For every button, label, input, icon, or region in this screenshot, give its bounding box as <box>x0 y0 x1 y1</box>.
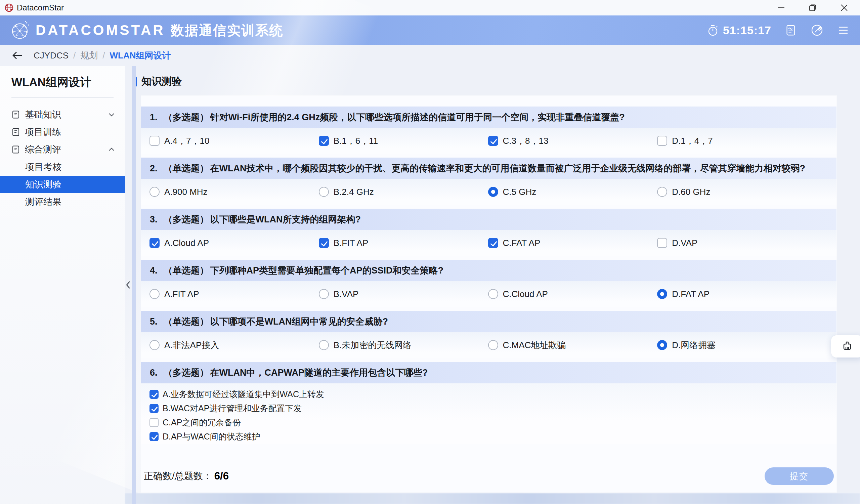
option-label: C.AP之间的冗余备份 <box>162 417 241 428</box>
sidebar-subitem-eval-results[interactable]: 测评结果 <box>0 193 125 211</box>
sidebar-subitem-knowledge-quiz[interactable]: 知识测验 <box>0 176 125 193</box>
question-6-option-C[interactable]: C.AP之间的冗余备份 <box>149 417 827 428</box>
question-3-option-C[interactable]: C.FAT AP <box>488 238 657 248</box>
broom-icon <box>841 340 854 353</box>
radio-unselected-icon[interactable] <box>319 340 329 350</box>
question-number: 5. <box>150 317 158 327</box>
checkbox-unchecked-icon[interactable] <box>149 136 160 146</box>
sidebar-item-project-training[interactable]: 项目训练 <box>0 123 125 141</box>
option-list: A.4，7，10B.1，6，11C.3，8，13D.1，4，7 <box>141 128 836 154</box>
question-type: （多选题） <box>163 111 209 123</box>
question-text: 在WLAN中，CAPWAP隧道的主要作用包含以下哪些? <box>210 366 428 379</box>
option-list: A.Cloud APB.FIT APC.FAT APD.VAP <box>141 230 836 256</box>
tools-button[interactable] <box>810 24 824 37</box>
checkbox-checked-icon[interactable] <box>488 238 498 248</box>
radio-selected-icon[interactable] <box>488 187 498 197</box>
quiz-footer: 正确数/总题数： 6/6 提交 <box>141 466 836 486</box>
question-6-option-D[interactable]: D.AP与WAC间的状态维护 <box>149 431 827 442</box>
question-5-option-A[interactable]: A.非法AP接入 <box>149 340 319 351</box>
back-button[interactable] <box>11 49 24 62</box>
question-2-option-B[interactable]: B.2.4 GHz <box>319 187 488 197</box>
question-3-option-B[interactable]: B.FIT AP <box>319 238 488 248</box>
option-label: A.900 MHz <box>164 187 207 197</box>
checkbox-unchecked-icon[interactable] <box>149 418 159 427</box>
checkbox-checked-icon[interactable] <box>149 238 160 248</box>
question-3-option-A[interactable]: A.Cloud AP <box>149 238 319 248</box>
sidebar-item-label: 综合测评 <box>25 143 61 156</box>
chevron-up-icon <box>108 145 116 154</box>
option-list: A.FIT APB.VAPC.Cloud APD.FAT AP <box>141 281 836 307</box>
radio-unselected-icon[interactable] <box>657 187 667 197</box>
sidebar-item-comprehensive-eval[interactable]: 综合测评 <box>0 141 125 158</box>
menu-button[interactable] <box>836 24 850 37</box>
question-text: 下列哪种AP类型需要单独配置每个AP的SSID和安全策略? <box>210 264 444 276</box>
app-header: DATACOMSTAR 数据通信实训系统 51:15:17 <box>0 15 860 45</box>
timer-icon <box>706 24 720 37</box>
sidebar-divider <box>11 98 114 98</box>
question-4-option-D[interactable]: D.FAT AP <box>657 289 827 299</box>
radio-unselected-icon[interactable] <box>488 289 498 299</box>
checkbox-checked-icon[interactable] <box>319 136 329 146</box>
checkbox-checked-icon[interactable] <box>319 238 329 248</box>
checkbox-checked-icon[interactable] <box>149 390 159 399</box>
breadcrumb-item-guihua[interactable]: 规划 <box>80 50 98 61</box>
question-1-option-A[interactable]: A.4，7，10 <box>149 135 319 147</box>
radio-selected-icon[interactable] <box>657 340 667 350</box>
sidebar-item-basic-knowledge[interactable]: 基础知识 <box>0 106 125 123</box>
question-banner: 2. （单选题） 在WLAN技术中，哪个频段因其较少的干扰、更高的传输速率和更大… <box>141 158 836 179</box>
question-2-option-A[interactable]: A.900 MHz <box>149 187 319 197</box>
timer: 51:15:17 <box>706 24 771 37</box>
question-5-option-D[interactable]: D.网络拥塞 <box>657 340 827 351</box>
radio-unselected-icon[interactable] <box>488 340 498 350</box>
question-1-option-D[interactable]: D.1，4，7 <box>657 135 827 147</box>
option-label: C.3，8，13 <box>503 135 548 147</box>
question-4-option-C[interactable]: C.Cloud AP <box>488 289 657 299</box>
close-button[interactable] <box>828 0 860 15</box>
radio-unselected-icon[interactable] <box>149 289 160 299</box>
question-1-option-B[interactable]: B.1，6，11 <box>319 135 488 147</box>
radio-unselected-icon[interactable] <box>319 187 329 197</box>
question-3-option-D[interactable]: D.VAP <box>657 238 827 248</box>
sidebar-subitem-project-assessment[interactable]: 项目考核 <box>0 158 125 176</box>
question-block: 5. （单选题） 以下哪项不是WLAN组网中常见的安全威胁? A.非法AP接入B… <box>141 311 836 358</box>
option-label: C.5 GHz <box>503 187 536 197</box>
document-icon <box>11 128 20 136</box>
option-label: D.60 GHz <box>672 187 710 197</box>
back-arrow-icon <box>12 51 23 60</box>
checkbox-unchecked-icon[interactable] <box>657 238 667 248</box>
radio-unselected-icon[interactable] <box>149 187 160 197</box>
restore-button[interactable] <box>797 0 828 15</box>
question-6-option-A[interactable]: A.业务数据可经过该隧道集中到WAC上转发 <box>149 389 827 400</box>
question-4-option-B[interactable]: B.VAP <box>319 289 488 299</box>
clean-tool-button[interactable] <box>831 335 860 358</box>
question-block: 4. （单选题） 下列哪种AP类型需要单独配置每个AP的SSID和安全策略? A… <box>141 260 836 307</box>
option-label: C.MAC地址欺骗 <box>503 340 566 351</box>
sidebar-title: WLAN组网设计 <box>0 66 125 90</box>
question-2-option-D[interactable]: D.60 GHz <box>657 187 827 197</box>
question-6-option-B[interactable]: B.WAC对AP进行管理和业务配置下发 <box>149 403 827 414</box>
option-label: C.FAT AP <box>503 238 541 248</box>
brand-globe-icon <box>10 20 30 41</box>
checkbox-unchecked-icon[interactable] <box>657 136 667 146</box>
report-button[interactable] <box>784 24 798 37</box>
radio-selected-icon[interactable] <box>657 289 667 299</box>
brand: DATACOMSTAR 数据通信实训系统 <box>10 20 284 41</box>
checkbox-checked-icon[interactable] <box>488 136 498 146</box>
question-block: 3. （多选题） 以下哪些是WLAN所支持的组网架构? A.Cloud APB.… <box>141 208 836 256</box>
question-5-option-C[interactable]: C.MAC地址欺骗 <box>488 340 657 351</box>
radio-unselected-icon[interactable] <box>319 289 329 299</box>
question-2-option-C[interactable]: C.5 GHz <box>488 187 657 197</box>
option-label: A.Cloud AP <box>164 238 209 248</box>
checkbox-checked-icon[interactable] <box>149 404 159 413</box>
radio-unselected-icon[interactable] <box>149 340 160 350</box>
option-label: A.FIT AP <box>164 289 199 299</box>
submit-button[interactable]: 提交 <box>764 467 834 485</box>
question-5-option-B[interactable]: B.未加密的无线网络 <box>319 340 488 351</box>
question-4-option-A[interactable]: A.FIT AP <box>149 289 319 299</box>
breadcrumb-item-cjydcs[interactable]: CJYDCS <box>33 51 69 61</box>
checkbox-checked-icon[interactable] <box>149 432 159 441</box>
sidebar: WLAN组网设计 基础知识 项目训练 <box>0 66 125 504</box>
question-1-option-C[interactable]: C.3，8，13 <box>488 135 657 147</box>
minimize-button[interactable] <box>765 0 797 15</box>
minimize-icon <box>777 3 785 12</box>
